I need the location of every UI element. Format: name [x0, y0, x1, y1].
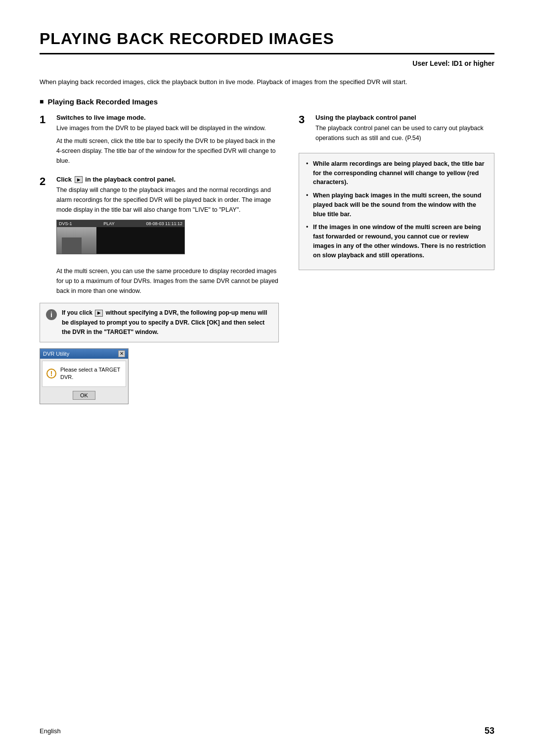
note-box: While alarm recordings are being played …	[299, 153, 494, 271]
step-1: 1 Switches to live image mode. Live imag…	[40, 114, 279, 169]
building-image	[57, 227, 96, 254]
step-1-body1: Live images from the DVR to be played ba…	[56, 123, 279, 133]
playback-video-left: 1	[57, 227, 96, 254]
page-title: PLAYING BACK RECORDED IMAGES	[40, 30, 494, 54]
info-box-1: i If you click ▶ without specifying a DV…	[40, 303, 279, 342]
two-column-layout: 1 Switches to live image mode. Live imag…	[40, 114, 494, 409]
step-2-number: 2	[40, 176, 51, 260]
warning-icon: !	[46, 369, 56, 378]
step-1-number: 1	[40, 114, 51, 169]
step-3: 3 Using the playback control panel The p…	[299, 114, 494, 146]
info-box-text: If you click ▶ without specifying a DVR,…	[62, 308, 272, 337]
intro-text: When playing back recorded images, click…	[40, 77, 485, 88]
dvr-dialog-footer: OK	[40, 389, 128, 404]
dvr-utility-dialog: DVR Utility ✕ ! Please select a TARGET D…	[40, 348, 129, 404]
bullet-list: While alarm recordings are being played …	[306, 159, 487, 260]
step-2-title: Click ▶ in the playback control panel.	[56, 176, 279, 184]
step-3-title: Using the playback control panel	[315, 114, 494, 121]
dvr-dialog-close-button[interactable]: ✕	[118, 350, 125, 357]
footer-language: English	[40, 727, 61, 735]
play-button-icon: ▶	[75, 176, 83, 183]
step-1-body2: At the multi screen, click the title bar…	[56, 136, 279, 166]
footer: English 53	[40, 726, 494, 736]
step-3-content: Using the playback control panel The pla…	[315, 114, 494, 146]
step-2: 2 Click ▶ in the playback control panel.…	[40, 176, 279, 260]
step-2-body: The display will change to the playback …	[56, 185, 279, 215]
step-1-title: Switches to live image mode.	[56, 114, 279, 121]
dvr-dialog-title: DVR Utility	[43, 351, 69, 357]
col-left: 1 Switches to live image mode. Live imag…	[40, 114, 279, 409]
user-level: User Level: ID1 or higher	[40, 59, 494, 67]
page-container: PLAYING BACK RECORDED IMAGES User Level:…	[0, 0, 534, 756]
step-2-content: Click ▶ in the playback control panel. T…	[56, 176, 279, 260]
dvr-dialog-titlebar: DVR Utility ✕	[40, 349, 128, 359]
dvr-dialog-message: Please select a TARGET DVR.	[60, 366, 122, 381]
step-3-body: The playback control panel can be used t…	[315, 123, 494, 143]
titlebar-time: 08-08-03 11:11:12	[146, 221, 182, 226]
bullet-item-2: When playing back images in the multi sc…	[306, 191, 487, 219]
section-heading: Playing Back Recorded Images	[40, 97, 494, 106]
titlebar-mode: PLAY	[103, 221, 114, 226]
bullet-item-3: If the images in one window of the multi…	[306, 223, 487, 260]
titlebar: DVS-1 PLAY 08-08-03 11:11:12	[57, 220, 184, 227]
dvr-dialog-body: ! Please select a TARGET DVR.	[42, 361, 126, 387]
playback-content: 1	[57, 227, 184, 254]
col-right: 3 Using the playback control panel The p…	[299, 114, 494, 409]
dvr-ok-button[interactable]: OK	[73, 391, 95, 400]
info-icon: i	[46, 309, 57, 320]
step-3-number: 3	[299, 114, 311, 146]
playback-video-right	[96, 227, 184, 254]
playback-screenshot: DVS-1 PLAY 08-08-03 11:11:12 1	[56, 220, 185, 254]
step-1-content: Switches to live image mode. Live images…	[56, 114, 279, 169]
step-2-continued: At the multi screen, you can use the sam…	[56, 266, 279, 296]
play-btn-inline-icon: ▶	[95, 310, 103, 317]
page-number: 53	[485, 726, 494, 736]
titlebar-dvr: DVS-1	[59, 221, 72, 226]
bullet-item-1: While alarm recordings are being played …	[306, 159, 487, 187]
